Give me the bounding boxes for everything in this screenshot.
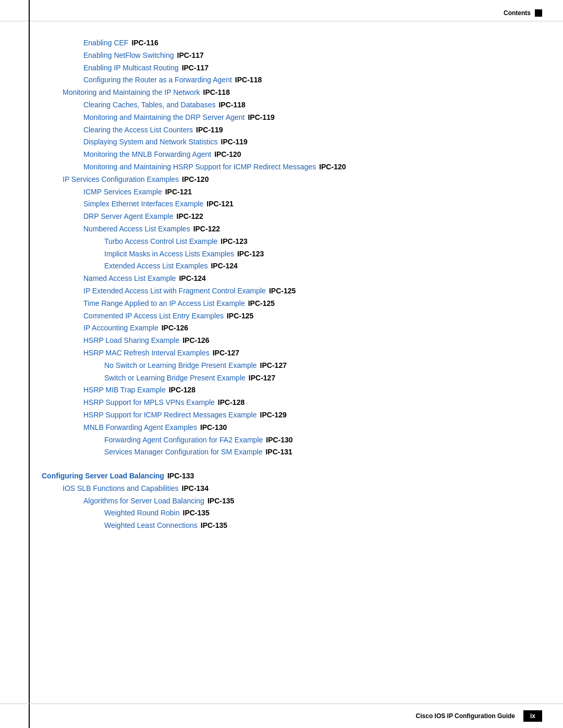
toc-entry: Clearing Caches, Tables, and DatabasesIP…: [42, 99, 521, 112]
toc-entry: Weighted Round RobinIPC-135: [42, 507, 521, 520]
toc-page: IPC-119: [221, 136, 248, 149]
toc-entry: Named Access List ExampleIPC-124: [42, 273, 521, 285]
toc-label: Commented IP Access List Entry Examples: [83, 310, 224, 323]
toc-page: IPC-129: [260, 409, 287, 422]
toc-label: Configuring Server Load Balancing: [42, 470, 164, 483]
page-number: ix: [523, 710, 542, 722]
toc-label: ICMP Services Example: [83, 186, 162, 199]
toc-page: IPC-119: [196, 124, 223, 137]
toc-page: IPC-131: [265, 446, 292, 459]
toc-label: Clearing the Access List Counters: [83, 124, 193, 137]
page-header: Contents: [0, 0, 563, 21]
toc-label: HSRP Load Sharing Example: [83, 335, 179, 347]
toc-entry: HSRP Load Sharing ExampleIPC-126: [42, 335, 521, 347]
toc-entry: Numbered Access List ExamplesIPC-122: [42, 223, 521, 236]
toc-label: IP Accounting Example: [83, 322, 158, 335]
toc-label: Clearing Caches, Tables, and Databases: [83, 99, 215, 112]
toc-label: Weighted Least Connections: [104, 520, 198, 532]
toc-label: Enabling NetFlow Switching: [83, 50, 174, 62]
toc-entry: IP Extended Access List with Fragment Co…: [42, 285, 521, 298]
toc-entry: ICMP Services ExampleIPC-121: [42, 186, 521, 199]
toc-page: IPC-118: [235, 74, 262, 87]
toc-page: IPC-125: [269, 285, 296, 298]
toc-entry: Displaying System and Network Statistics…: [42, 136, 521, 149]
toc-label: Monitoring and Maintaining HSRP Support …: [83, 161, 316, 174]
toc-label: Algorithms for Server Load Balancing: [83, 495, 204, 508]
toc-label: Named Access List Example: [83, 273, 176, 285]
toc-page: IPC-120: [214, 149, 241, 161]
toc-label: Monitoring the MNLB Forwarding Agent: [83, 149, 211, 161]
toc-entry: IOS SLB Functions and CapabilitiesIPC-13…: [42, 483, 521, 495]
toc-label: Implicit Masks in Access Lists Examples: [104, 248, 234, 261]
toc-page: IPC-126: [182, 335, 209, 347]
toc-label: Turbo Access Control List Example: [104, 236, 217, 248]
toc-label: IOS SLB Functions and Capabilities: [63, 483, 179, 495]
toc-label: Enabling CEF: [83, 37, 128, 50]
toc-page: IPC-120: [182, 174, 209, 186]
toc-page: IPC-121: [206, 198, 233, 211]
footer-text: Cisco IOS IP Configuration Guide: [21, 712, 523, 720]
toc-page: IPC-123: [237, 248, 264, 261]
toc-page: IPC-127: [249, 372, 275, 385]
header-contents: Contents: [504, 9, 542, 17]
toc-entry: Enabling NetFlow SwitchingIPC-117: [42, 50, 521, 62]
toc-label: Services Manager Configuration for SM Ex…: [104, 446, 262, 459]
toc-entry: Configuring Server Load BalancingIPC-133: [42, 470, 521, 483]
toc-label: HSRP MIB Trap Example: [83, 384, 166, 397]
toc-entry: Forwarding Agent Configuration for FA2 E…: [42, 434, 521, 447]
toc-entry: Commented IP Access List Entry ExamplesI…: [42, 310, 521, 323]
toc-label: Forwarding Agent Configuration for FA2 E…: [104, 434, 263, 447]
toc-label: Monitoring and Maintaining the IP Networ…: [63, 87, 200, 99]
toc-page: IPC-123: [221, 236, 247, 248]
toc-label: Extended Access List Examples: [104, 260, 207, 273]
toc-label: Switch or Learning Bridge Present Exampl…: [104, 372, 246, 385]
toc-entry: HSRP MAC Refresh Interval ExamplesIPC-12…: [42, 347, 521, 360]
toc-label: Enabling IP Multicast Routing: [83, 62, 179, 75]
header-square-icon: [535, 9, 542, 17]
toc-label: IP Extended Access List with Fragment Co…: [83, 285, 266, 298]
toc-entry: Monitoring and Maintaining the DRP Serve…: [42, 112, 521, 124]
toc-page: IPC-125: [248, 298, 275, 310]
toc-page: IPC-128: [218, 397, 244, 409]
page-footer: Cisco IOS IP Configuration Guide ix: [0, 704, 563, 728]
toc-entry: Enabling IP Multicast RoutingIPC-117: [42, 62, 521, 75]
toc-page: IPC-118: [218, 99, 245, 112]
toc-entry: HSRP Support for ICMP Redirect Messages …: [42, 409, 521, 422]
toc-entry: HSRP MIB Trap ExampleIPC-128: [42, 384, 521, 397]
toc-page: IPC-125: [227, 310, 253, 323]
toc-entry: Monitoring and Maintaining the IP Networ…: [42, 87, 521, 99]
toc-page: IPC-124: [211, 260, 237, 273]
toc-entry: Configuring the Router as a Forwarding A…: [42, 74, 521, 87]
toc-label: MNLB Forwarding Agent Examples: [83, 422, 197, 434]
toc-page: IPC-124: [179, 273, 205, 285]
toc-entry: Turbo Access Control List ExampleIPC-123: [42, 236, 521, 248]
toc-label: Monitoring and Maintaining the DRP Serve…: [83, 112, 244, 124]
toc-entry: HSRP Support for MPLS VPNs ExampleIPC-12…: [42, 397, 521, 409]
toc-page: IPC-117: [182, 62, 209, 75]
toc-page: IPC-126: [162, 322, 188, 335]
toc-page: IPC-135: [183, 507, 210, 520]
toc-entry: IP Services Configuration ExamplesIPC-12…: [42, 174, 521, 186]
toc-label: Simplex Ethernet Interfaces Example: [83, 198, 203, 211]
toc-label: Configuring the Router as a Forwarding A…: [83, 74, 232, 87]
toc-entry: Enabling CEFIPC-116: [42, 37, 521, 50]
toc-entry: Weighted Least ConnectionsIPC-135: [42, 520, 521, 532]
toc-entry: Extended Access List ExamplesIPC-124: [42, 260, 521, 273]
toc-page: IPC-135: [207, 495, 234, 508]
toc-label: Numbered Access List Examples: [83, 223, 190, 236]
toc-entry: Switch or Learning Bridge Present Exampl…: [42, 372, 521, 385]
toc-label: Weighted Round Robin: [104, 507, 180, 520]
toc-page: IPC-117: [177, 50, 204, 62]
toc-page: IPC-127: [260, 360, 287, 372]
toc-page: IPC-120: [319, 161, 346, 174]
toc-label: Displaying System and Network Statistics: [83, 136, 218, 149]
toc-entry: IP Accounting ExampleIPC-126: [42, 322, 521, 335]
toc-label: HSRP Support for MPLS VPNs Example: [83, 397, 215, 409]
toc-entry: DRP Server Agent ExampleIPC-122: [42, 211, 521, 223]
toc-page: IPC-130: [200, 422, 227, 434]
toc-label: Time Range Applied to an IP Access List …: [83, 298, 245, 310]
toc-page: IPC-134: [182, 483, 209, 495]
toc-page: IPC-119: [248, 112, 274, 124]
toc-page: IPC-122: [193, 223, 220, 236]
toc-entry: Monitoring the MNLB Forwarding AgentIPC-…: [42, 149, 521, 161]
